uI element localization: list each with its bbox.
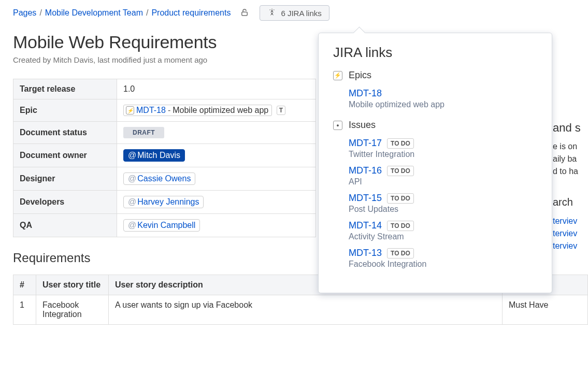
status-badge: TO DO xyxy=(387,248,414,258)
jira-icon xyxy=(267,8,277,18)
req-number: 1 xyxy=(13,295,36,325)
epic-icon: ⚡ xyxy=(126,106,134,114)
epic-summary: Mobile optimized web app xyxy=(173,106,268,115)
meta-label-developers: Developers xyxy=(13,191,117,214)
developer-name: Harvey Jennings xyxy=(137,197,199,207)
at-icon: @ xyxy=(128,174,136,183)
issue-key: MDT-14 xyxy=(349,220,382,231)
meta-label-qa: QA xyxy=(13,214,117,237)
issue-item[interactable]: MDT-14TO DO Activity Stream xyxy=(333,217,537,245)
issues-header: Issues xyxy=(333,120,537,131)
req-description: A user wants to sign up via Facebook xyxy=(109,295,503,325)
issue-item[interactable]: MDT-17TO DO Twitter Integration xyxy=(333,135,537,162)
meta-value-designer: @Cassie Owens xyxy=(117,167,316,191)
breadcrumb-parent[interactable]: Product requirements xyxy=(151,8,231,18)
meta-label-designer: Designer xyxy=(13,167,117,191)
svg-point-3 xyxy=(274,9,275,10)
issues-group: Issues MDT-17TO DO Twitter Integration M… xyxy=(333,120,537,272)
breadcrumb-separator: / xyxy=(39,8,41,18)
meta-value-owner: @Mitch Davis xyxy=(117,144,316,167)
qa-name: Kevin Campbell xyxy=(137,221,195,230)
developer-mention[interactable]: @Harvey Jennings xyxy=(123,196,204,208)
jira-links-popover: JIRA links Epics MDT-18 Mobile optimized… xyxy=(318,33,552,293)
meta-label-target-release: Target release xyxy=(13,79,117,99)
req-col-number: # xyxy=(13,275,36,295)
popover-title: JIRA links xyxy=(333,45,537,61)
issue-summary: Twitter Integration xyxy=(349,150,537,159)
epics-label: Epics xyxy=(349,70,371,81)
status-badge: TO DO xyxy=(387,193,414,204)
unlock-icon[interactable] xyxy=(231,8,249,19)
breadcrumb-pages[interactable]: Pages xyxy=(13,8,36,18)
issues-label: Issues xyxy=(349,120,376,131)
svg-rect-0 xyxy=(242,12,248,16)
meta-value-status: DRAFT xyxy=(117,122,316,144)
issue-key: MDT-15 xyxy=(349,193,382,204)
issue-summary: Post Updates xyxy=(349,205,537,214)
meta-label-owner: Document owner xyxy=(13,144,117,167)
epic-item[interactable]: MDT-18 Mobile optimized web app xyxy=(333,85,537,112)
meta-value-epic: ⚡ MDT-18 - Mobile optimized web app T xyxy=(117,99,316,122)
top-row: Pages / Mobile Development Team / Produc… xyxy=(0,0,588,26)
svg-point-1 xyxy=(270,9,271,10)
at-icon: @ xyxy=(128,151,136,160)
breadcrumb-separator: / xyxy=(146,8,148,18)
designer-mention[interactable]: @Cassie Owens xyxy=(123,173,195,185)
owner-mention[interactable]: @Mitch Davis xyxy=(123,149,185,162)
issue-item[interactable]: MDT-13TO DO Facebook Integration xyxy=(333,245,537,272)
epic-link[interactable]: ⚡ MDT-18 - Mobile optimized web app xyxy=(123,105,272,116)
jira-links-button[interactable]: 6 JIRA links xyxy=(260,5,329,21)
epic-key: MDT-18 xyxy=(136,106,166,115)
jira-links-label: 6 JIRA links xyxy=(281,9,321,18)
epic-type-icon xyxy=(333,71,342,80)
epics-group: Epics MDT-18 Mobile optimized web app xyxy=(333,70,537,112)
req-priority: Must Have xyxy=(503,295,588,325)
issue-key: MDT-13 xyxy=(349,248,382,258)
issue-key: MDT-17 xyxy=(349,138,382,149)
issue-type-icon xyxy=(333,121,342,130)
issue-item[interactable]: MDT-16TO DO API xyxy=(333,162,537,190)
owner-name: Mitch Davis xyxy=(137,151,180,160)
at-icon: @ xyxy=(128,221,136,230)
metadata-table: Target release 1.0 Epic ⚡ MDT-18 - Mobil… xyxy=(13,79,316,237)
table-row: 1 Facebook Integration A user wants to s… xyxy=(13,295,588,325)
meta-value-qa: @Kevin Campbell xyxy=(117,214,316,237)
breadcrumb-space[interactable]: Mobile Development Team xyxy=(45,8,143,18)
meta-label-epic: Epic xyxy=(13,99,117,122)
qa-mention[interactable]: @Kevin Campbell xyxy=(123,219,200,232)
meta-value-developers: @Harvey Jennings xyxy=(117,191,316,214)
status-badge: TO DO xyxy=(387,221,414,231)
epic-status-badge: T xyxy=(277,106,285,115)
at-icon: @ xyxy=(128,197,136,207)
epic-item-key: MDT-18 xyxy=(349,88,382,99)
designer-name: Cassie Owens xyxy=(137,174,191,183)
issue-summary: API xyxy=(349,177,537,186)
meta-value-target-release: 1.0 xyxy=(117,79,316,99)
epic-dash: - xyxy=(168,106,170,115)
req-col-title: User story title xyxy=(36,275,109,295)
issue-summary: Facebook Integration xyxy=(349,260,537,269)
epics-header: Epics xyxy=(333,70,537,81)
status-badge: DRAFT xyxy=(123,127,164,138)
svg-point-2 xyxy=(272,9,273,10)
req-title: Facebook Integration xyxy=(36,295,109,325)
meta-label-status: Document status xyxy=(13,122,117,144)
issue-key: MDT-16 xyxy=(349,165,382,176)
status-badge: TO DO xyxy=(387,166,414,176)
issue-item[interactable]: MDT-15TO DO Post Updates xyxy=(333,190,537,217)
status-badge: TO DO xyxy=(387,138,414,149)
issue-summary: Activity Stream xyxy=(349,232,537,241)
epic-item-summary: Mobile optimized web app xyxy=(349,100,537,109)
breadcrumb: Pages / Mobile Development Team / Produc… xyxy=(13,8,231,18)
